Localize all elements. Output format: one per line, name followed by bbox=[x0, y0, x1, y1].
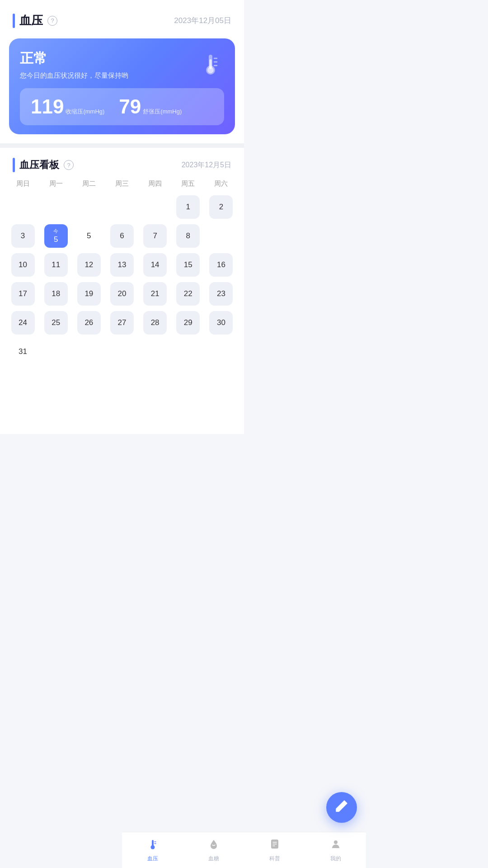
day-number: 28 bbox=[151, 318, 160, 327]
day-number: 1 bbox=[186, 203, 190, 212]
calendar-day[interactable]: 27 bbox=[105, 308, 138, 337]
day-number: 5 bbox=[54, 235, 58, 244]
calendar-day[interactable]: 今5 bbox=[39, 222, 72, 250]
day-number: 29 bbox=[184, 318, 192, 327]
day-number: 2 bbox=[219, 203, 223, 212]
calendar-day[interactable]: 10 bbox=[6, 250, 39, 279]
weekday-label: 周日 bbox=[6, 177, 39, 191]
calendar-day[interactable]: 15 bbox=[172, 250, 205, 279]
calendar-header-left: 血压看板 ? bbox=[13, 158, 74, 172]
weekday-row: 周日周一周二周三周四周五周六 bbox=[0, 177, 244, 191]
calendar-day[interactable]: 12 bbox=[72, 250, 105, 279]
calendar-day[interactable]: 21 bbox=[139, 279, 172, 308]
day-number: 25 bbox=[52, 318, 60, 327]
day-number: 24 bbox=[19, 318, 27, 327]
calendar-day bbox=[72, 193, 105, 222]
calendar-day[interactable]: 22 bbox=[172, 279, 205, 308]
calendar-day[interactable]: 25 bbox=[39, 308, 72, 337]
day-number: 23 bbox=[217, 289, 225, 298]
day-number: 8 bbox=[186, 231, 190, 241]
page-title: 血压 bbox=[19, 13, 43, 28]
calendar-day[interactable]: 17 bbox=[6, 279, 39, 308]
day-number: 11 bbox=[52, 260, 60, 269]
bp-card-top: 正常 您今日的血压状况很好，尽量保持哟 bbox=[20, 49, 224, 88]
day-number: 16 bbox=[217, 260, 225, 269]
calendar-day[interactable]: 7 bbox=[139, 222, 172, 250]
calendar-day bbox=[39, 193, 72, 222]
systolic-unit: 收缩压(mmHg) bbox=[66, 108, 104, 116]
day-number: 12 bbox=[84, 260, 93, 269]
weekday-label: 周五 bbox=[172, 177, 205, 191]
calendar-day[interactable]: 31 bbox=[6, 337, 39, 366]
calendar-day[interactable]: 24 bbox=[6, 308, 39, 337]
calendar-day[interactable]: 13 bbox=[105, 250, 138, 279]
day-number: 27 bbox=[118, 318, 127, 327]
calendar-day[interactable]: 11 bbox=[39, 250, 72, 279]
bp-card-left: 正常 您今日的血压状况很好，尽量保持哟 bbox=[20, 49, 128, 88]
calendar-day[interactable]: 20 bbox=[105, 279, 138, 308]
calendar-day bbox=[172, 337, 205, 366]
header-left: 血压 ? bbox=[13, 13, 57, 28]
systolic-value-item: 119 收缩压(mmHg) bbox=[31, 95, 104, 118]
calendar-day[interactable]: 23 bbox=[205, 279, 238, 308]
calendar-help-button[interactable]: ? bbox=[64, 160, 74, 170]
calendar-day[interactable]: 16 bbox=[205, 250, 238, 279]
calendar-day[interactable]: 3 bbox=[6, 222, 39, 250]
day-number: 21 bbox=[151, 289, 160, 298]
calendar-day bbox=[139, 337, 172, 366]
weekday-label: 周六 bbox=[205, 177, 238, 191]
day-number: 13 bbox=[118, 260, 127, 269]
page: 血压 ? 2023年12月05日 正常 您今日的血压状况很好，尽量保持哟 bbox=[0, 0, 244, 434]
day-number: 20 bbox=[118, 289, 127, 298]
day-number: 5 bbox=[87, 231, 91, 241]
calendar-accent-bar bbox=[13, 158, 15, 172]
calendar-day[interactable]: 5 bbox=[72, 222, 105, 250]
calendar-day bbox=[205, 222, 238, 250]
bp-card: 正常 您今日的血压状况很好，尽量保持哟 119 收缩压(mmHg) bbox=[9, 38, 235, 134]
calendar-header: 血压看板 ? 2023年12月5日 bbox=[0, 148, 244, 177]
calendar-day[interactable]: 26 bbox=[72, 308, 105, 337]
svg-rect-3 bbox=[210, 59, 212, 69]
weekday-label: 周一 bbox=[39, 177, 72, 191]
today-label: 今 bbox=[53, 228, 58, 235]
day-number: 18 bbox=[52, 289, 60, 298]
diastolic-value-item: 79 舒张压(mmHg) bbox=[119, 95, 182, 118]
calendar-title: 血压看板 bbox=[19, 158, 59, 172]
calendar-day[interactable]: 14 bbox=[139, 250, 172, 279]
calendar-day bbox=[105, 337, 138, 366]
day-number: 14 bbox=[151, 260, 160, 269]
accent-bar bbox=[13, 14, 15, 28]
calendar-day[interactable]: 29 bbox=[172, 308, 205, 337]
weekday-label: 周四 bbox=[139, 177, 172, 191]
calendar-day[interactable]: 2 bbox=[205, 193, 238, 222]
calendar-day[interactable]: 28 bbox=[139, 308, 172, 337]
day-number: 10 bbox=[19, 260, 27, 269]
calendar-day bbox=[205, 337, 238, 366]
calendar-date: 2023年12月5日 bbox=[182, 160, 231, 170]
day-number: 3 bbox=[21, 231, 25, 241]
calendar-day bbox=[39, 337, 72, 366]
calendar-day[interactable]: 1 bbox=[172, 193, 205, 222]
diastolic-unit: 舒张压(mmHg) bbox=[143, 108, 182, 116]
calendar-day[interactable]: 18 bbox=[39, 279, 72, 308]
calendar-day bbox=[72, 337, 105, 366]
calendar-day bbox=[105, 193, 138, 222]
calendar-day[interactable]: 6 bbox=[105, 222, 138, 250]
day-number: 26 bbox=[84, 318, 93, 327]
day-number: 30 bbox=[217, 318, 225, 327]
page-header: 血压 ? 2023年12月05日 bbox=[0, 0, 244, 34]
day-number: 6 bbox=[120, 231, 124, 241]
calendar-day[interactable]: 30 bbox=[205, 308, 238, 337]
calendar-day[interactable]: 8 bbox=[172, 222, 205, 250]
header-date: 2023年12月05日 bbox=[174, 15, 231, 26]
help-button[interactable]: ? bbox=[47, 16, 57, 26]
day-number: 31 bbox=[19, 347, 27, 356]
systolic-number: 119 bbox=[31, 95, 64, 118]
section-divider bbox=[0, 143, 244, 148]
calendar-grid[interactable]: 123今556781011121314151617181920212223242… bbox=[0, 193, 244, 366]
weekday-label: 周二 bbox=[72, 177, 105, 191]
calendar-day[interactable]: 19 bbox=[72, 279, 105, 308]
day-number: 19 bbox=[84, 289, 93, 298]
day-number: 22 bbox=[184, 289, 192, 298]
thermometer-icon bbox=[197, 49, 224, 80]
